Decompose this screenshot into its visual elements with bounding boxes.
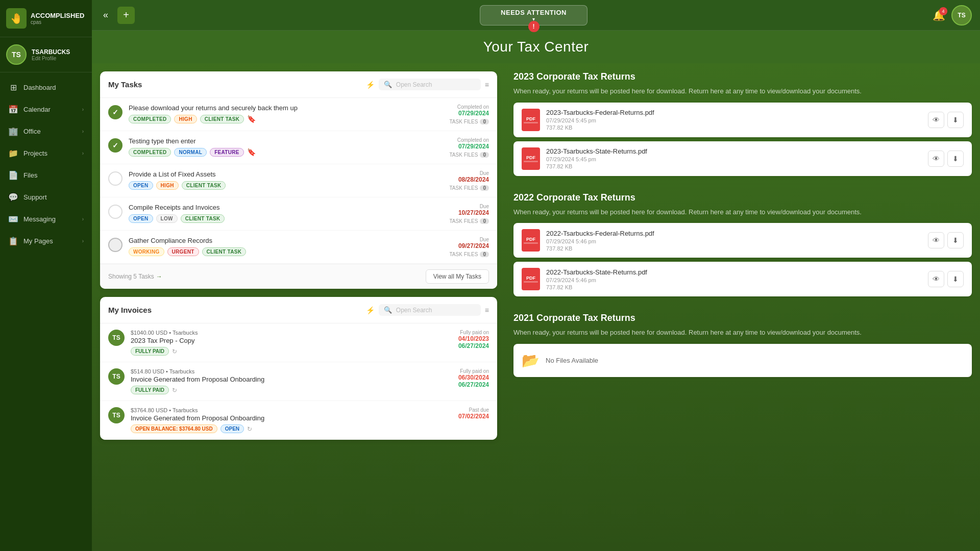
invoice-date: 04/10/2023 [433,335,489,342]
table-row[interactable]: ✓ Please download your returns and secur… [100,98,497,131]
file-meta: 07/29/2024 5:45 pm [546,117,922,123]
table-row[interactable]: Compile Receipts and Invoices OPEN LOW C… [100,197,497,231]
download-file-button[interactable]: ⬇ [947,112,964,128]
refresh-icon[interactable]: ↻ [172,387,177,394]
chevron-right-icon: › [82,107,84,112]
table-row[interactable]: Gather Compliance Records WORKING URGENT… [100,231,497,264]
task-tags: WORKING URGENT CLIENT TASK [129,247,422,256]
tag-client-task: CLIENT TASK [200,115,244,123]
file-size: 737.82 KB [546,124,922,131]
sidebar-item-label: Support [23,193,47,201]
refresh-icon[interactable]: ↻ [247,425,252,433]
page-header: Your Tax Center [92,31,980,63]
invoice-tags: OPEN BALANCE: $3764.80 USD OPEN ↻ [131,424,427,433]
task-meta: Due 10/27/2024 TASK FILES 0 [428,204,489,224]
list-item[interactable]: TS $3764.80 USD • Tsarbucks Invoice Gene… [100,401,497,440]
invoice-meta: Fully paid on 04/10/2023 06/27/2024 [433,330,489,349]
sidebar-item-label: Office [23,128,41,135]
sort-icon[interactable]: ≡ [485,306,489,314]
sidebar-item-files[interactable]: 📄 Files [0,164,92,186]
invoice-title: Invoice Generated from Proposal Onboardi… [131,414,427,422]
add-button[interactable]: + [117,7,135,24]
invoice-date: 06/30/2024 [433,374,489,381]
task-date: 07/29/2024 [428,143,489,150]
tax-section-title: 2022 Corporate Tax Returns [513,192,972,203]
list-item[interactable]: TS $514.80 USD • Tsarbucks Invoice Gener… [100,362,497,401]
sidebar-nav: ⊞ Dashboard 📅 Calendar › 🏢 Office › 📁 Pr… [0,72,92,551]
calendar-icon: 📅 [8,105,18,114]
my-invoices-card: My Invoices ⚡ 🔍 Open Search ≡ TS $1040.0… [100,297,497,440]
sidebar-item-support[interactable]: 💬 Support [0,186,92,208]
sidebar-item-label: Files [23,171,37,179]
office-icon: 🏢 [8,127,18,136]
tasks-search-area[interactable]: 🔍 Open Search [379,79,481,90]
sidebar-item-calendar[interactable]: 📅 Calendar › [0,98,92,120]
tax-section-desc: When ready, your returns will be posted … [513,207,972,217]
page-title: Your Tax Center [104,39,968,55]
file-actions: 👁 ⬇ [928,112,964,128]
refresh-icon[interactable]: ↻ [172,348,177,355]
file-item: PDF 2022-Tsarbucks-Federal-Returns.pdf 0… [513,223,972,258]
top-bar: « + NEEDS ATTENTION ▾ ! 🔔 4 TS [92,0,980,31]
task-files: TASK FILES 0 [428,152,489,158]
task-files-label: TASK FILES [449,119,478,124]
view-all-tasks-button[interactable]: View all My Tasks [426,269,489,284]
task-files: TASK FILES 0 [428,218,489,224]
tasks-card-footer: Showing 5 Tasks → View all My Tasks [100,264,497,289]
view-file-button[interactable]: 👁 [928,232,944,248]
tag-open: OPEN [129,214,153,223]
needs-attention-banner[interactable]: NEEDS ATTENTION ▾ ! [480,5,587,26]
no-files-text: No Files Available [546,357,598,364]
sidebar: 🤚 ACCOMPLISHED cpas TS TSARBUCKS Edit Pr… [0,0,92,551]
user-avatar[interactable]: TS [951,5,972,26]
file-size: 737.82 KB [546,284,922,290]
table-row[interactable]: ✓ Testing type then enter COMPLETED NORM… [100,131,497,164]
download-file-button[interactable]: ⬇ [947,232,964,248]
download-file-button[interactable]: ⬇ [947,271,964,287]
tasks-search-placeholder: Open Search [396,81,432,88]
task-title: Compile Receipts and Invoices [129,204,422,211]
task-check-completed: ✓ [108,105,122,119]
file-info: 2023-Tsarbucks-Federal-Returns.pdf 07/29… [546,109,922,131]
tax-section-desc: When ready, your returns will be posted … [513,328,972,338]
profile-name: TSARBUCKS [32,48,70,56]
file-size: 737.82 KB [546,245,922,252]
download-file-button[interactable]: ⬇ [947,151,964,167]
chevron-right-icon: › [82,216,84,222]
view-file-button[interactable]: 👁 [928,271,944,287]
notification-button[interactable]: 🔔 4 [933,9,945,21]
task-completed-date: Completed on [428,104,489,110]
sidebar-item-projects[interactable]: 📁 Projects › [0,142,92,164]
view-file-button[interactable]: 👁 [928,151,944,167]
table-row[interactable]: Provide a List of Fixed Assets OPEN HIGH… [100,164,497,197]
task-meta: Completed on 07/29/2024 TASK FILES 0 [428,104,489,124]
sort-icon[interactable]: ≡ [485,81,489,89]
invoices-search-area[interactable]: 🔍 Open Search [379,304,481,316]
invoice-meta: Fully paid on 06/30/2024 06/27/2024 [433,368,489,388]
collapse-sidebar-button[interactable]: « [100,7,111,23]
list-item[interactable]: TS $1040.00 USD • Tsarbucks 2023 Tax Pre… [100,323,497,362]
invoice-amount: $1040.00 USD • Tsarbucks [131,330,427,336]
tax-section-desc: When ready, your returns will be posted … [513,86,972,96]
sidebar-item-office[interactable]: 🏢 Office › [0,120,92,142]
pdf-icon: PDF [522,147,540,170]
avatar: TS [108,407,125,423]
invoice-body: $514.80 USD • Tsarbucks Invoice Generate… [131,368,427,394]
tasks-card-header: My Tasks ⚡ 🔍 Open Search ≡ [100,71,497,98]
filter-icon[interactable]: ⚡ [366,81,375,89]
attention-badge: ! [528,21,540,32]
task-files-count: 0 [480,252,489,257]
projects-icon: 📁 [8,148,18,158]
invoice-meta: Past due 07/02/2024 [433,407,489,420]
sidebar-item-my-pages[interactable]: 📋 My Pages › [0,230,92,252]
sidebar-item-messaging[interactable]: ✉️ Messaging › [0,208,92,230]
invoices-card-header: My Invoices ⚡ 🔍 Open Search ≡ [100,297,497,323]
sidebar-item-dashboard[interactable]: ⊞ Dashboard [0,77,92,98]
task-files-label: TASK FILES [449,218,478,224]
edit-profile-link[interactable]: Edit Profile [32,56,70,61]
invoices-card-title: My Invoices [108,306,362,314]
my-tasks-card: My Tasks ⚡ 🔍 Open Search ≡ ✓ Please down… [100,71,497,289]
filter-icon[interactable]: ⚡ [366,306,375,314]
view-file-button[interactable]: 👁 [928,112,944,128]
task-body: Testing type then enter COMPLETED NORMAL… [129,137,422,157]
